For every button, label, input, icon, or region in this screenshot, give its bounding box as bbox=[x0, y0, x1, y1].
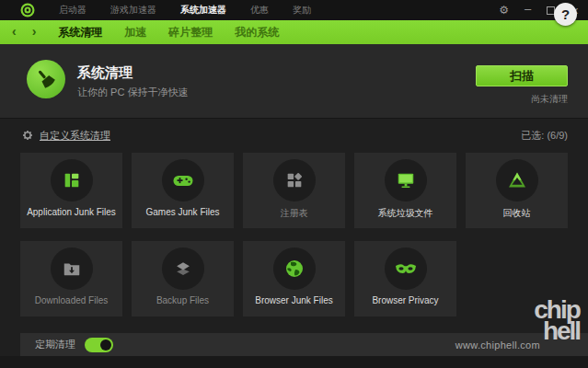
titlebar-tab-system-booster[interactable]: 系统加速器 bbox=[180, 4, 226, 17]
scheduled-clean-toggle[interactable] bbox=[85, 338, 113, 352]
monitor-icon bbox=[385, 159, 427, 201]
scan-button[interactable]: 扫描 bbox=[476, 65, 568, 86]
titlebar-tabs: 启动器 游戏加速器 系统加速器 优惠 奖励 bbox=[59, 4, 311, 17]
page-header: 系统清理 让你的 PC 保持干净快速 扫描 尚未清理 bbox=[0, 44, 588, 119]
settings-gear-icon[interactable]: ⚙ bbox=[499, 5, 509, 16]
tab-system-cleaner[interactable]: 系统清理 bbox=[58, 25, 102, 40]
clean-status-text: 尚未清理 bbox=[531, 93, 568, 106]
minimize-button[interactable]: – bbox=[525, 3, 531, 15]
application-icon bbox=[51, 159, 93, 201]
registry-icon bbox=[273, 159, 316, 201]
scheduled-clean-label: 定期清理 bbox=[35, 338, 75, 351]
navbar: ‹ › 系统清理 加速 碎片整理 我的系统 bbox=[0, 20, 588, 44]
back-arrow-icon[interactable]: ‹ bbox=[12, 24, 17, 39]
cleaner-tiles-grid: Application Junk Files Games Junk Files bbox=[20, 153, 569, 316]
tile-label: 注册表 bbox=[281, 207, 308, 220]
tile-downloaded-files[interactable]: Downloaded Files bbox=[20, 241, 122, 316]
tile-label: Downloaded Files bbox=[35, 295, 109, 305]
tile-recycle-bin[interactable]: 回收站 bbox=[466, 153, 568, 228]
titlebar-tab-game-booster[interactable]: 游戏加速器 bbox=[110, 4, 156, 17]
chiphell-logo: chip hell bbox=[527, 299, 586, 341]
tile-label: Browser Junk Files bbox=[255, 295, 332, 305]
globe-icon bbox=[273, 247, 316, 290]
forward-arrow-icon[interactable]: › bbox=[32, 24, 37, 39]
titlebar-tab-deals[interactable]: 优惠 bbox=[250, 4, 269, 17]
titlebar-tab-rewards[interactable]: 奖励 bbox=[293, 4, 311, 17]
tab-defrag[interactable]: 碎片整理 bbox=[168, 25, 213, 40]
chiphell-logo-line2: hell bbox=[536, 320, 586, 341]
navbar-tabs: 系统清理 加速 碎片整理 我的系统 bbox=[58, 25, 279, 40]
toggle-knob bbox=[100, 339, 111, 351]
tile-label: 系统垃圾文件 bbox=[378, 207, 433, 220]
download-folder-icon bbox=[51, 247, 93, 290]
titlebar: 启动器 游戏加速器 系统加速器 优惠 奖励 ⚙ – × bbox=[0, 0, 588, 20]
page-title: 系统清理 bbox=[77, 64, 133, 82]
tile-label: Games Junk Files bbox=[145, 207, 219, 217]
tile-label: Application Junk Files bbox=[27, 207, 116, 217]
tile-games-junk-files[interactable]: Games Junk Files bbox=[132, 153, 234, 228]
recycle-icon bbox=[496, 159, 538, 201]
help-button[interactable]: ? bbox=[554, 3, 577, 26]
mask-icon bbox=[385, 247, 427, 290]
page-subtitle: 让你的 PC 保持干净快速 bbox=[77, 86, 188, 99]
tile-label: Backup Files bbox=[156, 295, 209, 305]
tab-my-system[interactable]: 我的系统 bbox=[235, 25, 279, 40]
tile-registry[interactable]: 注册表 bbox=[243, 153, 345, 228]
tab-boost[interactable]: 加速 bbox=[124, 25, 146, 40]
tile-browser-privacy[interactable]: Browser Privacy bbox=[354, 241, 456, 316]
gamepad-icon bbox=[162, 159, 204, 201]
section-row: 自定义系统清理 已选: (6/9) bbox=[22, 127, 568, 144]
titlebar-tab-launcher[interactable]: 启动器 bbox=[59, 4, 86, 17]
tile-label: Browser Privacy bbox=[372, 295, 438, 305]
customize-cleaner-link[interactable]: 自定义系统清理 bbox=[40, 129, 110, 143]
app-window: 启动器 游戏加速器 系统加速器 优惠 奖励 ⚙ – × ‹ › 系统清理 加速 … bbox=[0, 0, 588, 368]
tile-label: 回收站 bbox=[503, 207, 531, 220]
bottom-band bbox=[0, 356, 588, 368]
tile-backup-files[interactable]: Backup Files bbox=[132, 241, 234, 316]
broom-icon bbox=[27, 60, 65, 98]
tile-browser-junk-files[interactable]: Browser Junk Files bbox=[243, 241, 345, 316]
customize-gear-icon bbox=[22, 130, 33, 141]
selected-count: 已选: (6/9) bbox=[521, 129, 568, 143]
tile-application-junk-files[interactable]: Application Junk Files bbox=[20, 153, 122, 228]
cortex-logo-icon bbox=[20, 3, 35, 17]
layers-icon bbox=[162, 247, 204, 290]
tile-system-junk-files[interactable]: 系统垃圾文件 bbox=[354, 153, 456, 228]
